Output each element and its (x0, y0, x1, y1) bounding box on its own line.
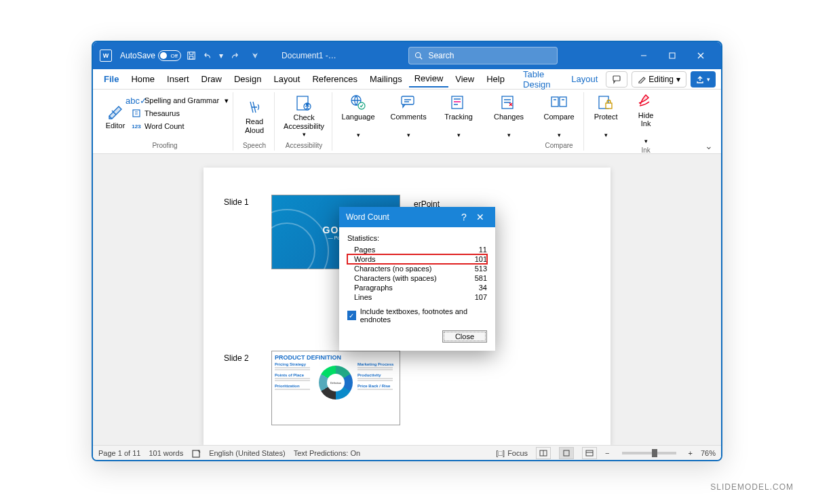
group-tracking: Tracking▾ (434, 92, 483, 151)
svg-rect-16 (402, 96, 414, 104)
comments-chip[interactable] (606, 71, 627, 88)
tab-help[interactable]: Help (481, 71, 510, 87)
svg-rect-8 (133, 110, 140, 117)
statistics-label: Statistics: (347, 234, 487, 242)
changes-icon (500, 94, 518, 111)
stat-row-paragraphs: Paragraphs34 (347, 283, 487, 292)
slide-thumbnail-2: PRODUCT DEFINITION Pricing Strategy Poin… (271, 351, 400, 425)
compare-button[interactable]: Compare▾ (539, 92, 579, 140)
undo-dropdown-icon[interactable]: ▾ (218, 50, 225, 62)
chevron-down-icon: ▾ (357, 132, 360, 139)
tab-design[interactable]: Design (229, 71, 267, 87)
minimize-button[interactable] (630, 46, 657, 65)
chevron-down-icon: ▾ (407, 132, 410, 139)
word-count-button[interactable]: 123Word Count (131, 121, 229, 132)
autosave-toggle[interactable]: AutoSave Off (120, 50, 181, 61)
svg-rect-0 (188, 52, 195, 60)
tab-draw[interactable]: Draw (196, 71, 227, 87)
dialog-title-bar[interactable]: Word Count ? ✕ (339, 207, 495, 227)
comments-button[interactable]: Comments▾ (388, 92, 429, 140)
comments-icon (400, 94, 417, 111)
search-placeholder: Search (428, 51, 454, 60)
close-window-button[interactable] (687, 46, 714, 65)
tab-home[interactable]: Home (125, 71, 160, 87)
group-label-proofing: Proofing (152, 140, 177, 151)
tab-table-layout[interactable]: Layout (566, 71, 603, 87)
share-button[interactable]: ▾ (691, 71, 716, 88)
status-language[interactable]: English (United States) (209, 449, 286, 457)
tracking-button[interactable]: Tracking▾ (438, 92, 479, 140)
zoom-out-button[interactable]: − (605, 449, 609, 457)
word-count-dialog: Word Count ? ✕ Statistics: Pages11 Words… (339, 207, 495, 351)
hide-ink-button[interactable]: Hide Ink▾ (632, 92, 660, 145)
save-icon[interactable] (185, 50, 197, 62)
thesaurus-icon (131, 108, 142, 119)
editing-mode-dropdown[interactable]: Editing ▾ (632, 71, 686, 88)
group-protect: Protect▾ (585, 92, 626, 151)
read-aloud-button[interactable]: Read Aloud (239, 92, 270, 140)
redo-icon[interactable] (229, 50, 241, 62)
chevron-down-icon: ▾ (225, 96, 229, 105)
status-proofing-icon[interactable] (191, 448, 201, 458)
language-icon (349, 94, 367, 111)
group-label-compare: Compare (545, 140, 573, 151)
read-aloud-icon (246, 98, 263, 116)
group-speech: Read Aloud Speech (235, 92, 275, 151)
window-controls (630, 46, 714, 65)
zoom-in-button[interactable]: + (689, 449, 693, 457)
chevron-down-icon: ▾ (707, 76, 710, 83)
focus-icon: [□] (496, 449, 505, 457)
dialog-close-action-button[interactable]: Close (442, 330, 487, 343)
tab-references[interactable]: References (307, 71, 362, 87)
dialog-close-button[interactable]: ✕ (472, 212, 488, 222)
tab-review[interactable]: Review (409, 71, 449, 88)
undo-icon[interactable] (201, 50, 214, 62)
slide-label: Slide 1 (224, 195, 258, 207)
dialog-help-button[interactable]: ? (456, 212, 472, 222)
svg-rect-31 (606, 103, 612, 109)
document-name[interactable]: Document1 -… (282, 51, 336, 60)
web-layout-view-button[interactable] (582, 447, 597, 459)
svg-point-13 (307, 104, 309, 106)
thesaurus-button[interactable]: Thesaurus (131, 108, 229, 119)
group-accessibility: Check Accessibility ▾ Accessibility (276, 92, 332, 151)
qat-customize-icon[interactable]: ⮟ (249, 50, 261, 62)
tab-table-design[interactable]: Table Design (518, 66, 564, 92)
search-box[interactable]: Search (408, 47, 558, 64)
autosave-switch[interactable]: Off (158, 50, 181, 61)
stat-row-lines: Lines107 (347, 292, 487, 302)
status-words[interactable]: 101 words (149, 449, 183, 457)
word-app-icon[interactable]: W (100, 50, 112, 62)
dialog-title: Word Count (346, 212, 456, 222)
spelling-grammar-button[interactable]: abc✓Spelling and Grammar▾ (131, 95, 229, 106)
checkbox-checked-icon: ✓ (347, 311, 356, 320)
language-button[interactable]: Language▾ (338, 92, 379, 140)
status-text-predictions[interactable]: Text Predictions: On (294, 449, 360, 457)
tab-insert[interactable]: Insert (161, 71, 195, 87)
group-language: Language▾ (334, 92, 383, 151)
quick-access-toolbar: W AutoSave Off ▾ ⮟ (100, 50, 261, 62)
tab-mailings[interactable]: Mailings (364, 71, 408, 87)
status-page[interactable]: Page 1 of 11 (98, 449, 140, 457)
tab-file[interactable]: File (98, 71, 124, 87)
zoom-slider[interactable] (622, 452, 676, 454)
read-mode-view-button[interactable] (536, 447, 551, 459)
print-layout-view-button[interactable] (559, 447, 574, 459)
svg-rect-1 (189, 56, 193, 59)
status-bar: Page 1 of 11 101 words English (United S… (93, 445, 721, 460)
collapse-ribbon-button[interactable]: ⌄ (705, 140, 713, 151)
include-textboxes-checkbox[interactable]: ✓ Include textboxes, footnotes and endno… (347, 307, 487, 324)
dialog-body: Statistics: Pages11 Words101 Characters … (339, 227, 495, 351)
maximize-button[interactable] (659, 46, 686, 65)
focus-mode-button[interactable]: [□]Focus (496, 449, 528, 457)
changes-button[interactable]: Changes▾ (488, 92, 529, 140)
wordcount-icon: 123 (131, 121, 142, 132)
protect-button[interactable]: Protect▾ (589, 92, 622, 140)
checkbox-label: Include textboxes, footnotes and endnote… (360, 307, 487, 324)
tab-view[interactable]: View (450, 71, 480, 87)
zoom-level[interactable]: 76% (701, 449, 716, 457)
group-label-speech: Speech (243, 140, 266, 151)
tab-layout[interactable]: Layout (268, 71, 305, 87)
check-accessibility-button[interactable]: Check Accessibility ▾ (280, 92, 328, 140)
stat-row-chars-space: Characters (with spaces)581 (347, 273, 487, 283)
